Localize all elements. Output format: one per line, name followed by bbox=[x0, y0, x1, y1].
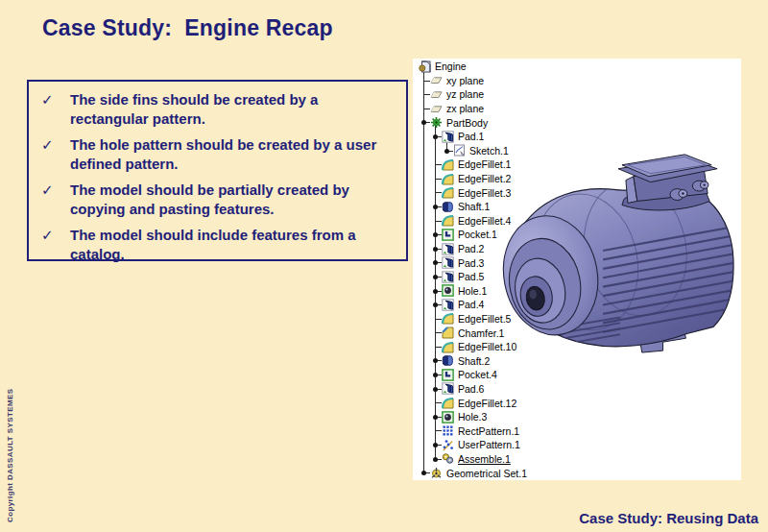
plane-icon bbox=[430, 103, 443, 115]
tree-expander-icon[interactable] bbox=[433, 260, 438, 265]
edgefillet-icon bbox=[442, 214, 454, 227]
tree-item-label: Pad.3 bbox=[457, 257, 485, 269]
tree-expander-icon[interactable] bbox=[433, 205, 438, 209]
part-document-icon bbox=[419, 60, 431, 73]
userpattern-icon bbox=[442, 439, 454, 451]
checkmark-icon: ✓ bbox=[38, 181, 70, 218]
edgefillet-icon bbox=[442, 173, 454, 185]
plane-icon bbox=[430, 88, 443, 101]
tree-expander-icon[interactable] bbox=[433, 247, 438, 252]
tree-row[interactable]: Geometrical Set.1 bbox=[417, 466, 623, 480]
tree-row[interactable]: zx plane bbox=[417, 102, 623, 116]
tree-connector-tick bbox=[435, 402, 442, 403]
tree-item-label: Pocket.4 bbox=[457, 369, 498, 380]
tree-row[interactable]: Engine bbox=[417, 60, 623, 74]
tree-item-label: Hole.3 bbox=[457, 411, 488, 423]
tree-connector-tick bbox=[423, 109, 430, 109]
tree-item-label: Geometrical Set.1 bbox=[445, 468, 528, 479]
tree-item-label: Pad.1 bbox=[457, 131, 485, 142]
tree-row[interactable]: Pocket.4 bbox=[417, 368, 623, 382]
engine-3d-model bbox=[492, 140, 740, 363]
tree-connector-tick bbox=[423, 81, 430, 82]
tree-item-label: Pad.4 bbox=[457, 299, 485, 310]
edgefillet-icon bbox=[442, 186, 454, 199]
plane-icon bbox=[430, 74, 443, 86]
tree-row[interactable]: Assemble.1 bbox=[417, 452, 623, 467]
tree-item-label: Hole.1 bbox=[457, 285, 488, 297]
tree-item-label: Engine bbox=[434, 60, 468, 72]
tree-expander-icon[interactable] bbox=[444, 149, 449, 154]
tree-expander-icon[interactable] bbox=[433, 443, 438, 447]
tree-expander-icon[interactable] bbox=[433, 289, 438, 294]
tree-item-label: Pad.2 bbox=[457, 243, 485, 254]
tree-item-label: EdgeFillet.12 bbox=[457, 398, 517, 409]
chamfer-icon bbox=[442, 326, 454, 339]
hole-icon bbox=[442, 284, 454, 297]
tree-connector-tick bbox=[435, 332, 442, 333]
tree-row[interactable]: PartBody bbox=[417, 115, 623, 130]
tree-expander-icon[interactable] bbox=[433, 373, 438, 377]
tree-connector-tick bbox=[435, 430, 442, 431]
edgefillet-icon bbox=[442, 341, 454, 353]
pocket-icon bbox=[442, 369, 454, 381]
tree-item-label: Pad.5 bbox=[457, 271, 485, 282]
tree-row[interactable]: yz plane bbox=[417, 87, 623, 102]
tree-expander-icon[interactable] bbox=[433, 302, 438, 307]
bullet-item: ✓ The hole pattern should be created by … bbox=[38, 135, 398, 173]
tree-row[interactable]: UserPattern.1 bbox=[417, 438, 623, 452]
bullet-box: ✓ The side fins should be created by a r… bbox=[27, 80, 408, 261]
tree-row[interactable]: RectPattern.1 bbox=[417, 423, 623, 438]
pad-icon bbox=[442, 382, 454, 395]
edgefillet-icon bbox=[442, 158, 454, 171]
hole-icon bbox=[442, 411, 454, 423]
tree-item-label: Pad.6 bbox=[457, 383, 485, 395]
tree-expander-icon[interactable] bbox=[433, 134, 438, 139]
tree-row[interactable]: Pad.6 bbox=[417, 382, 623, 397]
bullet-text: The model should be partially created by… bbox=[70, 181, 391, 218]
tree-connector-line bbox=[423, 66, 424, 472]
page-title: Case Study: Engine Recap bbox=[42, 15, 333, 41]
bullet-item: ✓ The model should be partially created … bbox=[38, 181, 398, 218]
tree-item-label: Shaft.2 bbox=[457, 355, 491, 367]
tree-expander-icon[interactable] bbox=[433, 387, 438, 392]
slide: Case Study: Engine Recap ✓ The side fins… bbox=[0, 0, 768, 532]
tree-expander-icon[interactable] bbox=[421, 120, 426, 125]
tree-expander-icon[interactable] bbox=[433, 415, 438, 420]
bullet-text: The model should include features from a… bbox=[70, 226, 391, 263]
engine-junction-box bbox=[618, 155, 717, 210]
tree-item-label: yz plane bbox=[445, 88, 485, 100]
tree-expander-icon[interactable] bbox=[433, 232, 438, 237]
tree-connector-tick bbox=[435, 192, 442, 193]
edgefillet-icon bbox=[442, 312, 454, 325]
tree-connector-tick bbox=[435, 221, 442, 222]
tree-row[interactable]: EdgeFillet.12 bbox=[417, 396, 623, 410]
tree-expander-icon[interactable] bbox=[433, 457, 438, 462]
tree-expander-icon[interactable] bbox=[433, 275, 438, 279]
partbody-icon bbox=[430, 116, 443, 129]
bullet-item: ✓ The side fins should be created by a r… bbox=[38, 90, 398, 128]
sketch-icon bbox=[453, 144, 466, 157]
footer-label: Case Study: Reusing Data bbox=[579, 510, 758, 526]
checkmark-icon: ✓ bbox=[38, 90, 70, 128]
bullet-text: The side fins should be created by a rec… bbox=[70, 90, 391, 128]
tree-item-label: xy plane bbox=[445, 75, 485, 86]
pad-icon bbox=[442, 256, 454, 269]
tree-expander-icon[interactable] bbox=[433, 358, 438, 363]
tree-expander-icon[interactable] bbox=[421, 471, 426, 475]
rectpattern-icon bbox=[442, 424, 454, 437]
shaft-icon bbox=[442, 354, 454, 367]
tree-item-label: zx plane bbox=[445, 103, 485, 114]
tree-connector-tick bbox=[435, 164, 442, 165]
tree-item-label: Shaft.1 bbox=[457, 201, 491, 212]
tree-connector-tick bbox=[435, 347, 442, 348]
tree-item-label: UserPattern.1 bbox=[457, 439, 521, 450]
tree-row[interactable]: Hole.3 bbox=[417, 410, 623, 424]
checkmark-icon: ✓ bbox=[38, 135, 70, 173]
tree-connector-tick bbox=[423, 94, 430, 95]
tree-item-label: PartBody bbox=[445, 117, 489, 129]
tree-row[interactable]: xy plane bbox=[417, 74, 623, 88]
pad-icon bbox=[442, 271, 454, 283]
tree-connector-tick bbox=[435, 319, 442, 320]
bullet-text: The hole pattern should be created by a … bbox=[70, 135, 391, 173]
pocket-icon bbox=[442, 229, 454, 241]
